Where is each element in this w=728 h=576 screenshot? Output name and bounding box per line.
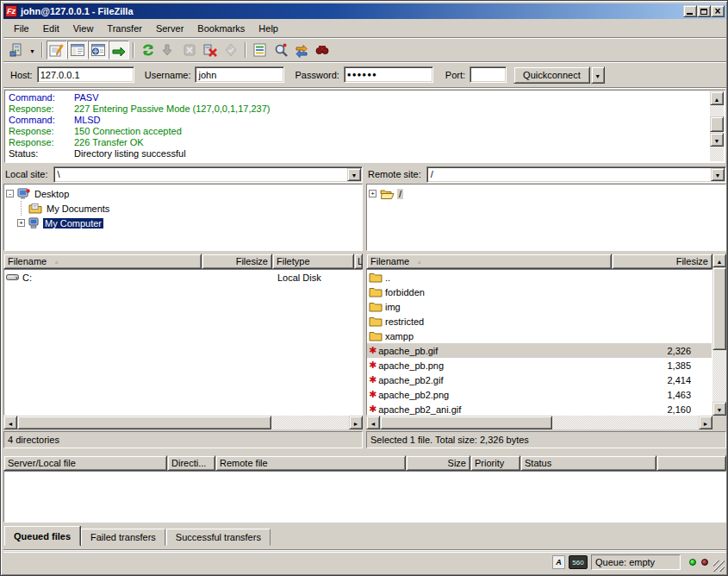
folder-open-icon	[380, 188, 395, 199]
remote-file-row[interactable]: ✱apache_pb2_ani.gif 2,160	[367, 402, 712, 416]
scroll-down-icon	[714, 135, 720, 145]
cancel-button[interactable]	[179, 41, 200, 59]
column-header-direction[interactable]: Directi...	[167, 455, 215, 471]
menu-item-help[interactable]: Help	[252, 22, 285, 35]
tab-successful-transfers[interactable]: Successful transfers	[166, 529, 271, 546]
tree-item-desktop[interactable]: - Desktop	[6, 186, 362, 201]
tab-queued-files[interactable]: Queued files	[4, 526, 80, 546]
disconnect-button[interactable]	[200, 41, 221, 59]
column-header-priority[interactable]: Priority	[470, 455, 520, 471]
quickconnect-button[interactable]: Quickconnect	[513, 66, 590, 84]
close-button[interactable]	[711, 5, 725, 17]
site-manager-button[interactable]	[6, 41, 27, 59]
collapse-icon[interactable]: -	[6, 190, 14, 197]
scroll-up-icon	[714, 93, 720, 103]
toggle-local-tree-button[interactable]	[67, 41, 88, 59]
remote-file-row[interactable]: ✱apache_pb2.png 1,463	[367, 387, 712, 402]
menu-item-edit[interactable]: Edit	[36, 22, 66, 35]
maximize-button[interactable]	[697, 5, 711, 17]
remote-site-combo[interactable]: /	[426, 166, 726, 183]
reconnect-button[interactable]	[221, 41, 241, 59]
remote-file-list: .. forbidden img restricted xampp ✱apach…	[366, 269, 712, 416]
remote-file-row[interactable]: xampp	[367, 329, 712, 343]
tab-failed-transfers[interactable]: Failed transfers	[81, 529, 165, 546]
column-header-remote-file[interactable]: Remote file	[215, 455, 406, 471]
data-type-icon[interactable]: A	[552, 555, 565, 569]
scroll-thumb[interactable]	[710, 116, 724, 132]
scroll-thumb[interactable]	[380, 416, 552, 429]
scroll-thumb[interactable]	[712, 267, 726, 350]
menu-item-transfer[interactable]: Transfer	[100, 22, 149, 35]
remote-tree: + /	[366, 184, 726, 251]
column-header-filetype[interactable]: Filetype	[272, 254, 354, 269]
tree-item-my-computer[interactable]: + My Computer	[6, 216, 362, 230]
column-header-size[interactable]: Size	[406, 455, 470, 471]
scroll-left-icon	[370, 417, 376, 428]
quickconnect-dropdown[interactable]	[591, 66, 605, 84]
directory-filters-icon	[252, 42, 268, 58]
remote-file-row[interactable]: ✱apache_pb.png 1,385	[367, 358, 712, 373]
remote-site-dropdown[interactable]	[711, 168, 725, 181]
queue-list[interactable]	[3, 471, 726, 523]
tree-item-root[interactable]: + /	[369, 186, 725, 201]
drive-icon	[6, 272, 20, 282]
local-site-combo[interactable]: \	[53, 166, 363, 183]
title-bar[interactable]: Fz john@127.0.0.1 - FileZilla	[3, 3, 726, 19]
column-header-lastmodified[interactable]: L	[354, 254, 363, 269]
refresh-button[interactable]	[138, 41, 159, 59]
expand-icon[interactable]: +	[369, 190, 376, 197]
expand-icon[interactable]: +	[17, 219, 25, 227]
column-header-status[interactable]: Status	[520, 455, 656, 471]
column-header-filesize[interactable]: Filesize	[202, 254, 272, 269]
remote-vscrollbar[interactable]	[712, 254, 726, 416]
remote-file-row[interactable]: restricted	[367, 314, 712, 329]
menu-item-server[interactable]: Server	[149, 22, 190, 35]
host-input[interactable]	[37, 66, 134, 83]
site-manager-dropdown[interactable]	[27, 41, 38, 59]
menu-item-bookmarks[interactable]: Bookmarks	[190, 22, 252, 35]
remote-file-row-selected[interactable]: ✱apache_pb.gif 2,326	[367, 343, 712, 358]
port-input[interactable]	[470, 66, 507, 83]
chevron-down-icon	[715, 169, 721, 179]
username-input[interactable]	[195, 66, 284, 83]
file-name: apache_pb2_ani.gif	[378, 404, 461, 415]
log-scrollbar[interactable]	[710, 91, 724, 161]
scroll-down-icon	[717, 404, 723, 414]
local-tree: - Desktop My Documents + My Computer	[3, 184, 363, 251]
directory-filters-button[interactable]	[250, 41, 271, 59]
password-label: Password:	[295, 70, 339, 80]
tree-item-my-documents[interactable]: My Documents	[6, 201, 362, 216]
toggle-message-log-button[interactable]	[47, 41, 67, 59]
local-hscrollbar[interactable]	[3, 416, 363, 429]
remote-hscrollbar[interactable]	[366, 416, 712, 429]
resize-grip[interactable]	[713, 560, 725, 572]
tree-item-label: My Computer	[43, 218, 103, 229]
process-queue-button[interactable]	[159, 41, 179, 59]
password-input[interactable]	[344, 66, 433, 83]
toggle-transfer-queue-button[interactable]	[109, 41, 129, 59]
log-label: Command:	[9, 115, 74, 126]
local-site-dropdown[interactable]	[347, 168, 361, 181]
column-header-filename[interactable]: Filename	[3, 254, 202, 269]
toggle-remote-tree-button[interactable]	[88, 41, 109, 59]
file-size: 1,463	[613, 390, 691, 400]
compare-directories-button[interactable]	[271, 41, 291, 59]
column-header-filename[interactable]: Filename	[366, 254, 612, 269]
remote-file-row[interactable]: ✱apache_pb2.gif 2,414	[367, 373, 712, 387]
menu-item-file[interactable]: File	[7, 22, 36, 35]
scroll-thumb[interactable]	[17, 416, 271, 429]
toolbar-separator	[133, 42, 134, 58]
column-header-filesize[interactable]: Filesize	[612, 254, 712, 269]
find-files-button[interactable]	[312, 41, 333, 59]
synchronized-browsing-button[interactable]	[291, 41, 312, 59]
speed-limits-icon[interactable]: 560	[569, 555, 588, 569]
log-label: Status:	[9, 148, 74, 160]
remote-file-row[interactable]: ..	[367, 270, 712, 285]
remote-file-row[interactable]: forbidden	[367, 285, 712, 299]
remote-file-row[interactable]: img	[367, 299, 712, 314]
file-name: C:	[22, 272, 32, 283]
menu-item-view[interactable]: View	[66, 22, 101, 35]
local-file-row[interactable]: C: Local Disk	[4, 270, 362, 285]
minimize-button[interactable]	[683, 5, 697, 17]
column-header-server-local-file[interactable]: Server/Local file	[3, 455, 167, 471]
